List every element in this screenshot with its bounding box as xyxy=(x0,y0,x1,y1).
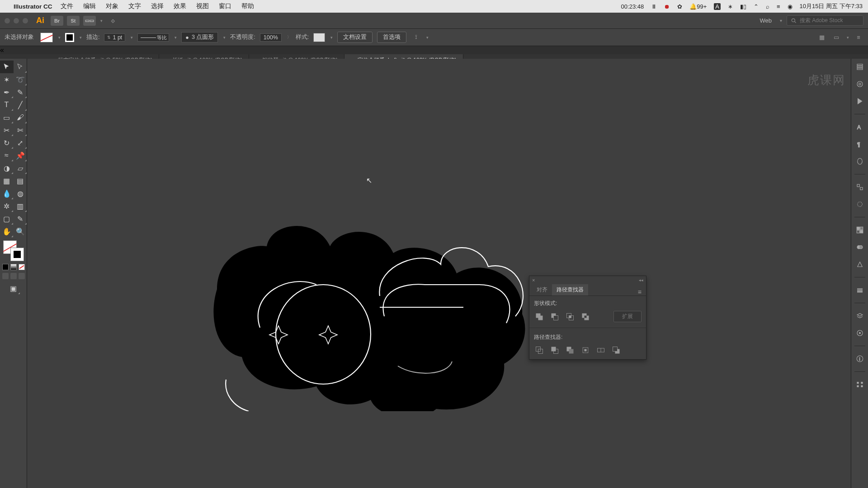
opacity-chevron-icon[interactable]: 〉 xyxy=(287,34,291,40)
fill-swatch[interactable] xyxy=(40,33,53,42)
menu-type[interactable]: 文字 xyxy=(128,2,141,10)
perspective-tool[interactable]: ▱ xyxy=(14,162,27,174)
menu-view[interactable]: 视图 xyxy=(196,2,209,10)
siri-icon[interactable]: ◉ xyxy=(788,3,793,10)
battery-icon[interactable]: ▮▯ xyxy=(740,3,746,10)
stroke-chevron-icon[interactable]: ▾ xyxy=(80,35,82,40)
align-panel-icon[interactable] xyxy=(854,379,865,390)
color-modes[interactable] xyxy=(2,264,25,270)
collapse-icon[interactable]: ◂◂ xyxy=(639,278,643,282)
canvas[interactable]: ↖ ×◂◂ 对齐 xyxy=(27,59,851,488)
app-name[interactable]: Illustrator CC xyxy=(14,3,52,10)
menu-help[interactable]: 帮助 xyxy=(241,2,254,10)
fill-stroke-control[interactable] xyxy=(3,240,24,261)
properties-icon[interactable] xyxy=(854,61,865,72)
window-controls[interactable] xyxy=(5,18,28,23)
color-guide-icon[interactable] xyxy=(854,242,865,253)
line-tool[interactable]: ╱ xyxy=(14,99,27,111)
opacity-value[interactable]: 100% xyxy=(260,33,282,42)
stroke-weight-chevron-icon[interactable]: ▾ xyxy=(131,35,133,40)
draw-modes[interactable] xyxy=(2,273,25,279)
paragraph-icon[interactable]: ¶ xyxy=(854,139,865,150)
align-icon[interactable]: ⟟ xyxy=(411,33,421,42)
notification-badge[interactable]: 🔔99+ xyxy=(689,3,707,10)
menu-file[interactable]: 文件 xyxy=(61,2,73,10)
transform-chevron-icon[interactable]: ▾ xyxy=(847,35,849,40)
asset-icon[interactable] xyxy=(854,328,865,338)
color-icon[interactable] xyxy=(854,79,865,89)
direct-selection-tool[interactable] xyxy=(14,61,27,73)
symbols-icon[interactable] xyxy=(854,259,865,270)
graphic-style[interactable] xyxy=(313,33,325,42)
swatches-icon[interactable] xyxy=(854,225,865,235)
unite-icon[interactable] xyxy=(534,311,545,322)
character-icon[interactable]: A xyxy=(854,122,865,132)
screen-mode[interactable]: ▣ xyxy=(7,282,20,295)
symbol-sprayer-tool[interactable]: ✲ xyxy=(0,200,14,212)
transform-panel-icon[interactable] xyxy=(854,182,865,192)
pause-icon[interactable]: ⏸ xyxy=(651,3,657,10)
paintbrush-tool[interactable]: 🖌 xyxy=(14,111,27,124)
type-tool[interactable]: T xyxy=(0,99,14,111)
menu-window[interactable]: 窗口 xyxy=(219,2,231,10)
magic-wand-tool[interactable]: ✶ xyxy=(0,73,14,86)
rectangle-tool[interactable]: ▭ xyxy=(0,111,14,124)
graph-tool[interactable]: ▥ xyxy=(14,200,27,212)
menu-select[interactable]: 选择 xyxy=(151,2,164,10)
info-icon[interactable]: i xyxy=(854,353,865,364)
lasso-tool[interactable]: ➰ xyxy=(14,73,27,86)
pathfinder-panel[interactable]: ×◂◂ 对齐 路径查找器 ≡ 形状模式: 扩展 路径查找器: xyxy=(529,276,646,360)
bluetooth-icon[interactable]: ∗ xyxy=(728,3,733,10)
blend-tool[interactable]: ◍ xyxy=(14,187,27,200)
arrange-chevron-icon[interactable]: ▾ xyxy=(100,19,103,23)
pathfinder-tab[interactable]: 路径查找器 xyxy=(552,284,588,296)
glyphs-icon[interactable] xyxy=(854,156,865,167)
brush-chevron-icon[interactable]: ▾ xyxy=(223,35,226,40)
expand-button[interactable]: 扩展 xyxy=(613,311,642,322)
wechat-icon[interactable]: ✿ xyxy=(677,3,682,10)
doc-setup-button[interactable]: 文档设置 xyxy=(337,32,373,43)
pen-tool[interactable]: ✒ xyxy=(0,86,14,99)
close-icon[interactable]: × xyxy=(532,277,535,283)
eyedropper-tool[interactable]: 💧 xyxy=(0,187,14,200)
eraser-tool[interactable]: ✄ xyxy=(14,124,27,136)
menu-effect[interactable]: 效果 xyxy=(174,2,186,10)
align-chevron-icon[interactable]: ▾ xyxy=(426,35,429,40)
panel-menu-icon[interactable]: ≡ xyxy=(854,33,863,42)
wifi-icon[interactable]: ⌃ xyxy=(754,3,759,10)
record-icon[interactable]: ⏺ xyxy=(664,3,670,10)
stock-icon[interactable]: St xyxy=(67,16,80,26)
timer[interactable]: 00:23:48 xyxy=(621,3,644,10)
intersect-icon[interactable] xyxy=(565,311,576,322)
mesh-tool[interactable]: ▦ xyxy=(0,174,14,187)
stroke-profile[interactable]: 等比 xyxy=(137,33,169,42)
shape-builder-tool[interactable]: ◑ xyxy=(0,162,14,174)
brush-definition[interactable]: ●3 点圆形 xyxy=(181,32,218,42)
stroke-swatch[interactable] xyxy=(65,33,74,42)
arrange-icon[interactable]: ▭▭ xyxy=(83,16,96,26)
width-tool[interactable]: ≈ xyxy=(0,149,14,162)
layers-icon[interactable] xyxy=(854,310,865,321)
fill-chevron-icon[interactable]: ▾ xyxy=(58,35,61,40)
style-chevron-icon[interactable]: ▾ xyxy=(330,35,333,40)
profile-chevron-icon[interactable]: ▾ xyxy=(175,35,177,40)
transform-icon[interactable]: ▭ xyxy=(831,33,841,42)
stroke-panel-icon[interactable] xyxy=(854,285,865,296)
selection-tool[interactable] xyxy=(0,61,14,73)
align-tab[interactable]: 对齐 xyxy=(532,284,552,296)
trim-icon[interactable] xyxy=(549,345,560,356)
crop-icon[interactable] xyxy=(580,345,591,356)
curvature-tool[interactable]: ✎ xyxy=(14,86,27,99)
menu-edit[interactable]: 编辑 xyxy=(83,2,96,10)
rotate-tool[interactable]: ↻ xyxy=(0,136,14,149)
divide-icon[interactable] xyxy=(534,345,545,356)
clock-date[interactable]: 10月15日 周五 下午7:33 xyxy=(800,2,863,10)
outline-icon[interactable] xyxy=(595,345,606,356)
hand-tool[interactable]: ✋ xyxy=(0,225,14,238)
scale-tool[interactable]: ⤢ xyxy=(14,136,27,149)
bridge-icon[interactable]: Br xyxy=(51,16,63,26)
minus-back-icon[interactable] xyxy=(611,345,622,356)
slice-tool[interactable]: ✎ xyxy=(14,212,27,225)
preferences-button[interactable]: 首选项 xyxy=(377,32,406,43)
zoom-tool[interactable]: 🔍 xyxy=(14,225,27,238)
